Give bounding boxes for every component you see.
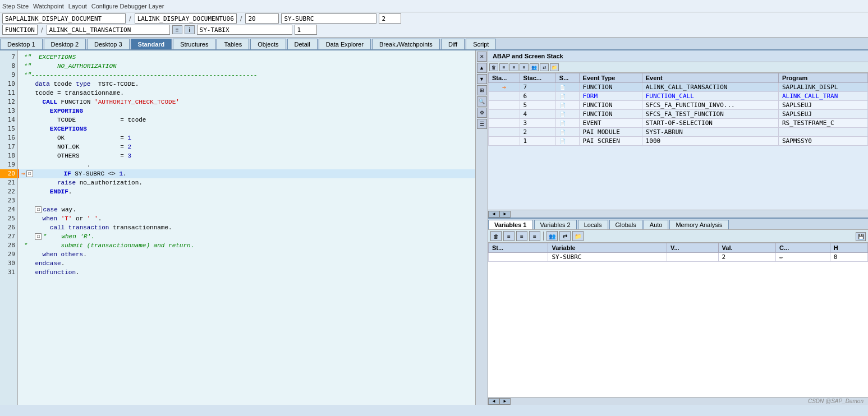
side-icon-scroll-down[interactable]: ▼ <box>477 74 487 84</box>
var-tool-3[interactable]: ≡ <box>529 231 540 241</box>
scroll-left[interactable]: ◄ <box>488 211 499 218</box>
code-line-12: CALL FUNCTION 'AUTHORITY_CHECK_TCODE' <box>18 98 475 107</box>
code-text-25b: when <box>43 214 57 223</box>
code-text-7: *" EXCEPTIONS <box>20 53 76 62</box>
var-col-h: H <box>830 243 867 253</box>
type-field[interactable]: FUNCTION <box>2 25 38 35</box>
var-tool-arrow[interactable]: ⇄ <box>559 231 571 241</box>
var1-field[interactable]: SY-SUBRC <box>281 13 376 24</box>
linenum-27: 27 <box>0 232 17 241</box>
side-icon-filter[interactable]: ⊞ <box>477 85 487 95</box>
stack-cell-6-0 <box>489 128 520 137</box>
code-text-10b: data <box>35 80 49 89</box>
side-icon-tools[interactable]: ⚙ <box>477 108 487 118</box>
code-text-21a <box>20 178 57 187</box>
tab-standard[interactable]: Standard <box>131 39 172 49</box>
stack-nav-arrow[interactable]: ⇄ <box>540 63 549 71</box>
var-scroll-left[interactable]: ◄ <box>488 398 499 405</box>
side-icon-scroll-up[interactable]: ▲ <box>477 63 487 73</box>
tab-desktop3[interactable]: Desktop 3 <box>87 39 130 49</box>
linenum-9: 9 <box>0 71 17 80</box>
code-text-10e: TSTC-TCODE. <box>90 80 139 89</box>
code-content[interactable]: *" EXCEPTIONS *" NO_AUTHORIZATION *"----… <box>18 50 475 405</box>
var-tool-2[interactable]: ≡ <box>516 231 527 241</box>
linenum-23: 23 <box>0 196 17 205</box>
code-line-9: *"--------------------------------------… <box>18 71 475 80</box>
var-scroll-bar[interactable]: ◄ ► CSDN @SAP_Damon <box>488 397 868 405</box>
func-field[interactable]: ALINK_CALL_TRANSACTION <box>47 25 170 35</box>
toolbar-layout[interactable]: Layout <box>68 3 87 10</box>
tab-desktop2[interactable]: Desktop 2 <box>44 39 86 49</box>
code-line-15: EXCEPTIONS <box>18 124 475 133</box>
var-tab-globals[interactable]: Globals <box>609 220 642 229</box>
stack-cell-5-0 <box>489 119 520 128</box>
tab-data-explorer[interactable]: Data Explorer <box>319 39 371 49</box>
var-tool-folder[interactable]: 📁 <box>572 231 584 241</box>
stack-nav-delete[interactable]: 🗑 <box>489 63 498 71</box>
tab-detail[interactable]: Detail <box>287 39 318 49</box>
side-icon-extra[interactable]: ☰ <box>477 119 487 129</box>
code-text-20a <box>34 169 64 178</box>
code-text-20c: SY-SUBRC <> <box>71 169 120 178</box>
var-tab-memory[interactable]: Memory Analysis <box>669 220 728 229</box>
func-icon[interactable]: ≡ <box>172 25 182 34</box>
stack-row-4[interactable]: 4📄FUNCTIONSFCS_FA_TEST_FUNCTIONSAPLSEUJ <box>489 110 868 119</box>
tab-breakpoints[interactable]: Break./Watchpoints <box>372 39 440 49</box>
var-tab-variables2[interactable]: Variables 2 <box>534 220 577 229</box>
side-icon-close[interactable]: ✕ <box>477 52 487 62</box>
col-s: S... <box>555 73 579 83</box>
stack-nav-2[interactable]: ≡ <box>509 63 518 71</box>
scroll-right[interactable]: ► <box>499 211 511 218</box>
var-row-1[interactable]: SY-SUBRC2✏0 <box>489 253 868 262</box>
stack-row-5[interactable]: 3📄EVENTSTART-OF-SELECTIONRS_TESTFRAME_C <box>489 119 868 128</box>
line-field[interactable]: 20 <box>245 13 279 24</box>
stack-row-7[interactable]: 1📄PAI SCREEN1000SAPMSSY0 <box>489 137 868 146</box>
stack-nav-persons[interactable]: 👥 <box>530 63 539 71</box>
stack-nav-folder[interactable]: 📁 <box>550 63 559 71</box>
fold-24[interactable]: □ <box>35 206 42 213</box>
var2-field[interactable]: SY-TABIX <box>197 25 292 35</box>
stack-row-3[interactable]: 5📄FUNCTIONSFCS_FA_FUNCTION_INVO...SAPLSE… <box>489 101 868 110</box>
var-tab-variables1[interactable]: Variables 1 <box>488 220 533 229</box>
fold-20[interactable]: □ <box>26 170 33 177</box>
val2-field[interactable]: 1 <box>295 25 317 35</box>
info-icon[interactable]: i <box>185 25 195 34</box>
var-tab-locals[interactable]: Locals <box>578 220 608 229</box>
stack-cell-6-1: 2 <box>520 128 555 137</box>
program-field[interactable]: SAPLALINK_DISPLAY_DOCUMENT <box>2 13 126 24</box>
tab-tables[interactable]: Tables <box>217 39 249 49</box>
var-save-btn[interactable]: 💾 <box>856 232 866 241</box>
stack-nav-3[interactable]: ≡ <box>520 63 529 71</box>
toolbar-step-size[interactable]: Step Size <box>2 3 29 10</box>
code-text-25e: or <box>72 214 86 223</box>
stack-nav-1[interactable]: ≡ <box>499 63 508 71</box>
stack-cell-1-3: FUNCTION <box>579 83 642 92</box>
toolbar-watchpoint[interactable]: Watchpoint <box>33 3 64 10</box>
var-tool-persons[interactable]: 👥 <box>546 231 558 241</box>
stack-row-6[interactable]: 2📄PAI MODULESYST-ABRUN <box>489 128 868 137</box>
side-icon-pin[interactable]: 🔍 <box>477 96 487 107</box>
tab-diff[interactable]: Diff <box>441 39 465 49</box>
code-text-16: OK = <box>20 133 127 142</box>
tab-objects[interactable]: Objects <box>250 39 286 49</box>
var-scroll-right[interactable]: ► <box>499 398 511 405</box>
stack-row-1[interactable]: ⇒7📄FUNCTIONALINK_CALL_TRANSACTIONSAPLALI… <box>489 83 868 92</box>
stack-row-2[interactable]: 6📄FORMFUNCTION_CALLALINK_CALL_TRAN <box>489 92 868 101</box>
code-text-17n: 2 <box>127 142 131 151</box>
var-tool-add[interactable]: ≡ <box>503 231 515 241</box>
include-field[interactable]: LALINK_DISPLAY_DOCUMENTU06 <box>135 13 237 24</box>
val1-field[interactable]: 2 <box>379 13 401 24</box>
var-col-st: St... <box>489 243 548 253</box>
var-tab-auto[interactable]: Auto <box>644 220 669 229</box>
var-cell-1-2 <box>667 253 718 262</box>
code-text-26d: transaction <box>68 223 109 232</box>
tab-script[interactable]: Script <box>466 39 496 49</box>
stack-scroll-bar[interactable]: ◄ ► <box>488 210 868 218</box>
var-tool-delete[interactable]: 🗑 <box>490 231 502 241</box>
stack-cell-4-3: FUNCTION <box>579 110 642 119</box>
tab-structures[interactable]: Structures <box>173 39 215 49</box>
fold-27[interactable]: □ <box>35 233 42 240</box>
code-line-19: . <box>18 160 475 169</box>
tab-desktop1[interactable]: Desktop 1 <box>0 39 43 49</box>
toolbar-configure[interactable]: Configure Debugger Layer <box>91 3 164 10</box>
